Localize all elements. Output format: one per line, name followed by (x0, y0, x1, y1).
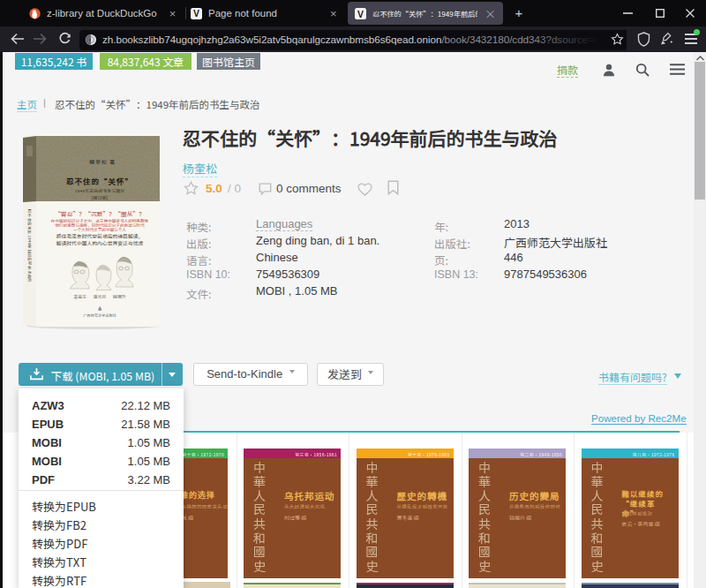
svg-text:一个大时代之下的中国与个人: 一个大时代之下的中国与个人 (73, 227, 126, 232)
svg-text:王芸生 潘光旦 钱端升: 王芸生 潘光旦 钱端升 (73, 293, 125, 299)
svg-text:“容忍”？“沉默”？“服从”？: “容忍”？“沉默”？“服从”？ (55, 209, 145, 218)
svg-text:[增订版]: [增订版] (92, 194, 108, 200)
svg-text:忍不住的“关怀”: 忍不住的“关怀” (66, 176, 133, 186)
svg-text:解读时代中国人的内心世界变迁与忧虑: 解读时代中国人的内心世界变迁与忧虑 (56, 239, 144, 247)
svg-text:广西师范大学出版社: 广西师范大学出版社 (83, 313, 116, 318)
svg-text:1949年前后的书生与政治: 1949年前后的书生与政治 (75, 188, 125, 193)
svg-text:忍不住的关怀 1949年前后的书生与政治: 忍不住的关怀 1949年前后的书生与政治 (27, 209, 33, 283)
svg-text:楊奎松 著: 楊奎松 著 (89, 158, 116, 166)
